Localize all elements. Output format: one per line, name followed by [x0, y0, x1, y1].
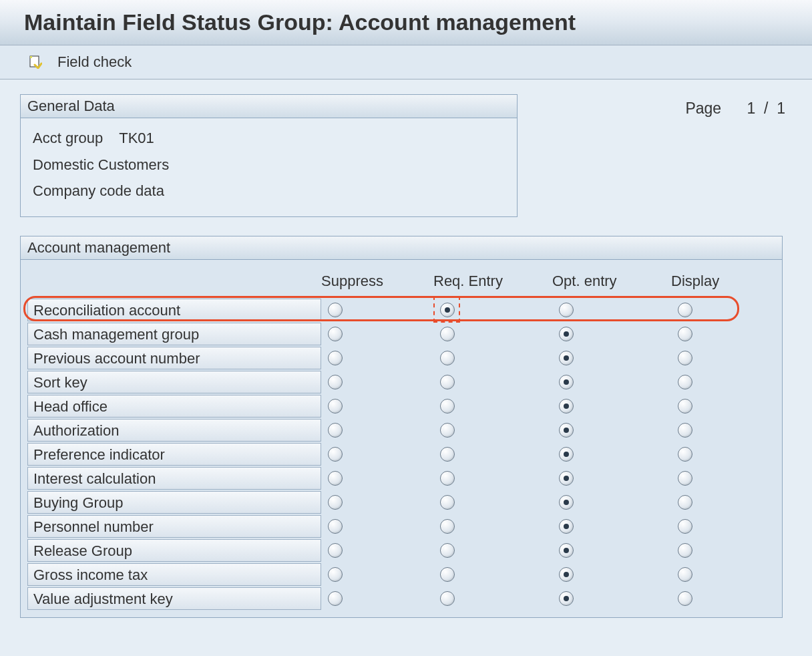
radio-option[interactable] — [678, 543, 692, 558]
radio-option[interactable] — [328, 471, 343, 486]
radio-cell — [433, 442, 552, 466]
radio-cell — [321, 346, 433, 370]
radio-option[interactable] — [559, 567, 574, 582]
radio-option[interactable] — [440, 303, 455, 317]
radio-cell — [321, 298, 433, 322]
radio-option[interactable] — [559, 543, 574, 558]
radio-cell — [671, 514, 751, 538]
radio-cell — [433, 587, 552, 611]
radio-option[interactable] — [440, 519, 455, 534]
radio-option[interactable] — [559, 327, 574, 341]
radio-option[interactable] — [559, 399, 574, 414]
radio-option[interactable] — [328, 495, 343, 510]
radio-cell — [321, 514, 433, 538]
radio-option[interactable] — [678, 447, 692, 462]
radio-option[interactable] — [328, 591, 343, 606]
radio-option[interactable] — [440, 447, 455, 462]
radio-option[interactable] — [559, 375, 574, 389]
radio-option[interactable] — [440, 399, 455, 414]
radio-option[interactable] — [328, 303, 343, 317]
field-label: Head office — [27, 395, 321, 418]
radio-option[interactable] — [559, 591, 574, 606]
radio-option[interactable] — [678, 327, 692, 341]
radio-option[interactable] — [678, 399, 692, 414]
radio-option[interactable] — [328, 423, 343, 438]
radio-cell — [433, 394, 552, 418]
radio-option[interactable] — [678, 495, 692, 510]
acct-group-value: TK01 — [119, 130, 154, 146]
radio-option[interactable] — [678, 303, 692, 317]
radio-cell — [433, 418, 552, 442]
radio-cell — [671, 442, 751, 466]
radio-option[interactable] — [328, 543, 343, 558]
radio-cell — [552, 562, 671, 587]
radio-cell — [433, 298, 552, 322]
column-header-opt-entry: Opt. entry — [552, 265, 671, 299]
radio-option[interactable] — [328, 351, 343, 365]
radio-cell — [433, 370, 552, 394]
data-level-label: Company code data — [33, 178, 505, 204]
radio-cell — [321, 418, 433, 442]
radio-option[interactable] — [440, 423, 455, 438]
radio-option[interactable] — [440, 471, 455, 486]
radio-cell — [433, 490, 552, 514]
radio-cell — [321, 322, 433, 346]
radio-option[interactable] — [440, 567, 455, 582]
radio-cell — [321, 442, 433, 466]
radio-option[interactable] — [678, 591, 692, 606]
radio-cell — [321, 370, 433, 394]
page-title: Maintain Field Status Group: Account man… — [0, 0, 812, 45]
field-label: Reconciliation account — [27, 299, 321, 321]
radio-cell — [433, 562, 552, 587]
radio-option[interactable] — [328, 375, 343, 389]
radio-option[interactable] — [678, 519, 692, 534]
radio-cell — [671, 322, 751, 346]
radio-option[interactable] — [678, 423, 692, 438]
radio-cell — [671, 418, 751, 442]
radio-option[interactable] — [559, 351, 574, 365]
radio-cell — [552, 538, 671, 562]
radio-option[interactable] — [678, 567, 692, 582]
radio-option[interactable] — [559, 495, 574, 510]
field-label: Interest calculation — [27, 467, 321, 490]
field-check-button[interactable]: Field check — [57, 53, 132, 71]
field-label: Sort key — [27, 371, 321, 393]
radio-cell — [552, 394, 671, 418]
field-label: Authorization — [27, 419, 321, 442]
field-label: Cash management group — [27, 323, 321, 345]
radio-option[interactable] — [559, 423, 574, 438]
radio-option[interactable] — [678, 471, 692, 486]
radio-option[interactable] — [328, 399, 343, 414]
radio-cell — [552, 466, 671, 490]
radio-cell — [321, 394, 433, 418]
radio-option[interactable] — [559, 303, 574, 317]
radio-cell — [552, 514, 671, 538]
radio-option[interactable] — [440, 543, 455, 558]
radio-cell — [321, 562, 433, 587]
field-label: Value adjustment key — [27, 587, 321, 610]
radio-option[interactable] — [440, 375, 455, 389]
field-label: Preference indicator — [27, 443, 321, 466]
radio-cell — [321, 587, 433, 611]
radio-option[interactable] — [328, 327, 343, 341]
radio-cell — [321, 466, 433, 490]
field-check-icon[interactable] — [28, 55, 43, 69]
radio-option[interactable] — [440, 327, 455, 341]
radio-cell — [433, 322, 552, 346]
radio-option[interactable] — [559, 447, 574, 462]
acct-group-label: Acct group — [33, 130, 103, 146]
radio-option[interactable] — [678, 351, 692, 365]
radio-option[interactable] — [440, 495, 455, 510]
radio-option[interactable] — [328, 447, 343, 462]
radio-cell — [671, 370, 751, 394]
radio-option[interactable] — [440, 591, 455, 606]
radio-option[interactable] — [440, 351, 455, 365]
radio-cell — [552, 490, 671, 514]
radio-cell — [671, 587, 751, 611]
radio-option[interactable] — [559, 519, 574, 534]
radio-option[interactable] — [559, 471, 574, 486]
radio-option[interactable] — [678, 375, 692, 389]
radio-cell — [552, 370, 671, 394]
radio-option[interactable] — [328, 567, 343, 582]
radio-option[interactable] — [328, 519, 343, 534]
